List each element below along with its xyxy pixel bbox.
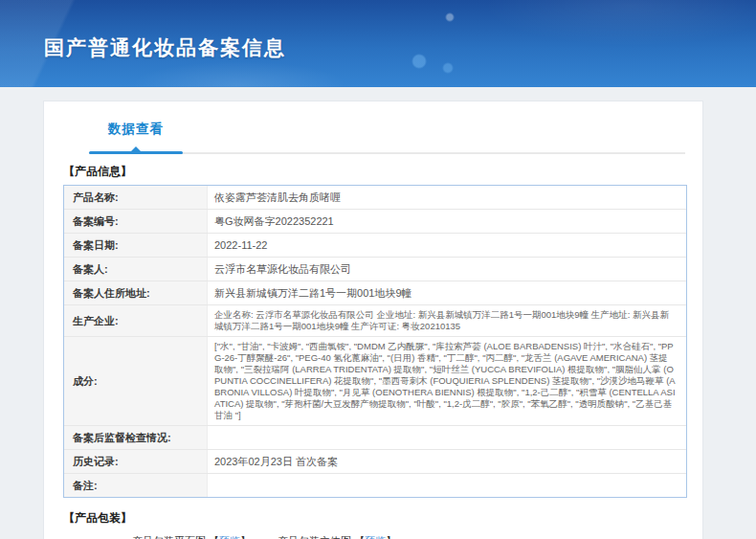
content-card: 数据查看 【产品信息】 产品名称:依姿露芦荟清肌去角质啫喱备案编号:粤G妆网备字… [43,101,703,539]
table-row: 备案人住所地址:新兴县新城镇万洋二路1号一期001地块9幢 [64,281,686,305]
row-label: 备案人: [64,258,208,281]
row-value [208,434,686,441]
packaging-flat-preview-link[interactable]: 预览 [219,535,240,539]
packaging-items: 产品包装平面图 【预览】 产品包装立体图 【预览】 [63,534,685,539]
packaging-stereo-label: 产品包装立体图 [278,535,354,539]
packaging-flat-item: 产品包装平面图 【预览】 [132,534,251,539]
page-title: 国产普通化妆品备案信息 [44,34,286,61]
tab-data-view-label: 数据查看 [89,116,183,138]
row-label: 备注: [64,474,208,497]
row-label: 备案编号: [64,210,208,233]
row-value: 依姿露芦荟清肌去角质啫喱 [208,187,686,208]
row-label: 成分: [64,337,208,425]
section-packaging-heading: 【产品包装】 [63,510,685,527]
section-product-info-heading: 【产品信息】 [63,164,685,180]
row-label: 生产企业: [64,305,208,336]
row-value: 云浮市名草源化妆品有限公司 [208,258,686,280]
table-row: 备注: [64,474,686,497]
row-value [208,482,686,489]
row-value: 2022-11-22 [208,235,686,256]
tab-bar: 数据查看 [89,116,685,154]
tab-data-view[interactable]: 数据查看 [89,116,183,154]
bracket-open: 【 [209,535,219,539]
row-label: 历史记录: [64,450,208,473]
table-row: 备案日期:2022-11-22 [64,234,686,258]
row-label: 备案人住所地址: [64,281,208,304]
row-value: 2023年02月23日 首次备案 [208,451,686,472]
table-row: 成分:["水", "甘油", "卡波姆", "西曲氯铵", "DMDM 乙内酰脲… [64,337,686,426]
table-row: 产品名称:依姿露芦荟清肌去角质啫喱 [64,186,686,210]
row-label: 备案后监督检查情况: [64,426,208,449]
bracket-close: 】 [240,535,251,539]
table-row: 备案人:云浮市名草源化妆品有限公司 [64,258,686,281]
table-row: 备案后监督检查情况: [64,426,686,450]
bracket-open: 【 [354,535,365,539]
row-value: 新兴县新城镇万洋二路1号一期001地块9幢 [208,282,686,303]
row-value: 粤G妆网备字2022352221 [208,211,686,232]
tab-active-underline [89,151,183,154]
packaging-stereo-item: 产品包装立体图 【预览】 [278,534,396,539]
packaging-stereo-preview-link[interactable]: 预览 [365,535,386,539]
row-label: 备案日期: [64,234,208,257]
page-header: 国产普通化妆品备案信息 [0,0,756,87]
table-row: 生产企业:企业名称: 云浮市名草源化妆品有限公司 企业地址: 新兴县新城镇万洋二… [64,305,686,337]
row-value: ["水", "甘油", "卡波姆", "西曲氯铵", "DMDM 乙内酰脲", … [208,337,686,425]
bracket-close: 】 [386,535,396,539]
row-label: 产品名称: [64,186,208,209]
table-row: 备案编号:粤G妆网备字2022352221 [64,210,686,234]
packaging-flat-label: 产品包装平面图 [132,535,206,539]
product-info-table: 产品名称:依姿露芦荟清肌去角质啫喱备案编号:粤G妆网备字2022352221备案… [63,185,687,498]
table-row: 历史记录:2023年02月23日 首次备案 [64,450,686,474]
row-value: 企业名称: 云浮市名草源化妆品有限公司 企业地址: 新兴县新城镇万洋二路1号一期… [208,305,686,336]
